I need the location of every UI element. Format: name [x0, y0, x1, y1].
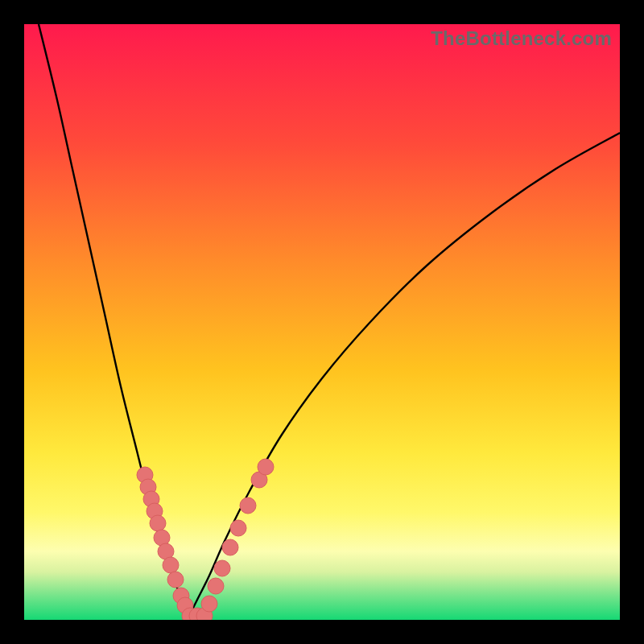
highlight-dot [214, 560, 230, 576]
plot-area: TheBottleneck.com [24, 24, 620, 620]
highlight-dot [208, 578, 224, 594]
highlight-dot [258, 459, 274, 475]
curve-layer [24, 24, 620, 620]
highlight-dot [163, 557, 179, 573]
highlight-dot [201, 596, 217, 612]
highlight-dot [167, 572, 184, 588]
highlight-dot [230, 520, 246, 536]
v-curve-right [189, 133, 620, 616]
highlight-dot-group [137, 459, 274, 620]
highlight-dot [150, 515, 166, 531]
watermark-label: TheBottleneck.com [431, 27, 612, 50]
v-curve-left [39, 24, 189, 616]
highlight-dot [240, 497, 256, 514]
highlight-dot [222, 539, 238, 555]
